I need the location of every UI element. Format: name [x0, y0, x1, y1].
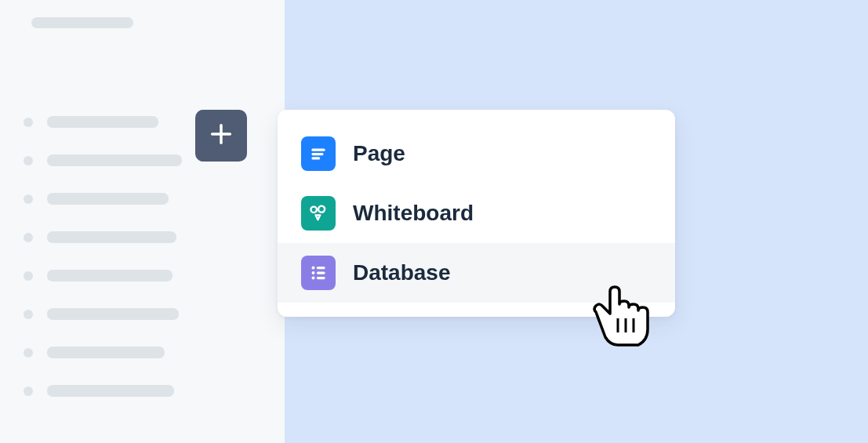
- menu-item-database[interactable]: Database: [278, 243, 675, 303]
- svg-rect-11: [317, 277, 325, 279]
- sidebar-item[interactable]: [24, 270, 182, 281]
- svg-point-5: [311, 207, 316, 212]
- svg-rect-7: [317, 267, 325, 269]
- sidebar-item[interactable]: [24, 385, 182, 397]
- menu-item-label: Page: [353, 141, 405, 166]
- sidebar-item-placeholder: [47, 347, 165, 358]
- svg-point-8: [312, 271, 315, 274]
- sidebar-item-placeholder: [47, 154, 182, 166]
- plus-icon: [208, 121, 234, 151]
- bullet-icon: [24, 118, 33, 127]
- bullet-icon: [24, 348, 33, 358]
- create-menu: Page Whiteboard Database: [278, 110, 675, 317]
- sidebar-item[interactable]: [24, 116, 182, 128]
- svg-rect-2: [311, 149, 325, 151]
- bullet-icon: [24, 310, 33, 319]
- svg-rect-3: [311, 153, 323, 155]
- bullet-icon: [24, 233, 33, 242]
- bullet-icon: [24, 271, 33, 281]
- sidebar-items-list: [24, 116, 182, 423]
- sidebar-item-placeholder: [47, 308, 179, 320]
- database-icon: [301, 256, 336, 290]
- bullet-icon: [24, 194, 33, 204]
- sidebar-item-placeholder: [47, 385, 174, 397]
- sidebar-item[interactable]: [24, 154, 182, 166]
- svg-rect-9: [317, 271, 325, 274]
- menu-item-whiteboard[interactable]: Whiteboard: [278, 183, 675, 243]
- svg-rect-4: [311, 157, 320, 159]
- whiteboard-icon: [301, 196, 336, 231]
- svg-point-10: [312, 277, 315, 280]
- sidebar-item[interactable]: [24, 193, 182, 205]
- svg-point-6: [312, 267, 315, 270]
- add-button[interactable]: [195, 110, 247, 162]
- bullet-icon: [24, 156, 33, 165]
- sidebar-item-placeholder: [47, 231, 176, 243]
- sidebar-item[interactable]: [24, 347, 182, 358]
- sidebar-title-placeholder: [31, 17, 133, 28]
- menu-item-label: Database: [353, 260, 451, 285]
- sidebar-item[interactable]: [24, 308, 182, 320]
- sidebar-item-placeholder: [47, 193, 169, 205]
- page-icon: [301, 136, 336, 171]
- sidebar-item-placeholder: [47, 270, 173, 281]
- menu-item-page[interactable]: Page: [278, 124, 675, 183]
- bullet-icon: [24, 387, 33, 396]
- sidebar: [0, 0, 285, 443]
- menu-item-label: Whiteboard: [353, 201, 474, 226]
- sidebar-item-placeholder: [47, 116, 158, 128]
- sidebar-item[interactable]: [24, 231, 182, 243]
